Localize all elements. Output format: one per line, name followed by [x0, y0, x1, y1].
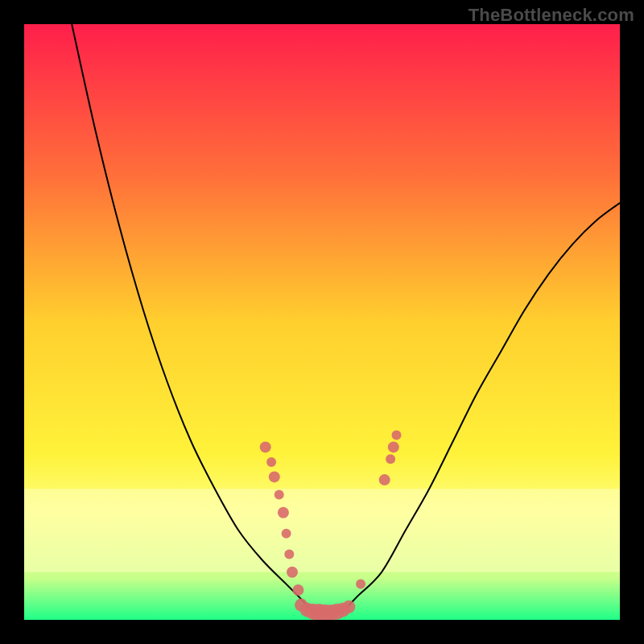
scatter-dot: [260, 441, 271, 452]
scatter-dot: [292, 584, 303, 596]
watermark-text: TheBottleneck.com: [469, 5, 634, 26]
scatter-dot: [287, 567, 298, 578]
scatter-dot: [392, 431, 402, 440]
scatter-dot: [266, 457, 276, 467]
bottleneck-chart: [24, 24, 620, 620]
scatter-dot: [282, 529, 291, 539]
scatter-dot: [278, 507, 289, 518]
scatter-dot: [386, 454, 395, 464]
scatter-dot: [342, 601, 355, 613]
scatter-dot: [269, 471, 280, 482]
scatter-dot: [275, 490, 284, 500]
plot-frame: [24, 24, 620, 620]
scatter-dot: [379, 474, 390, 485]
scatter-dot: [356, 580, 365, 589]
scatter-dot: [284, 550, 294, 559]
scatter-dot: [388, 441, 399, 452]
pale-yellow-band: [24, 489, 620, 572]
